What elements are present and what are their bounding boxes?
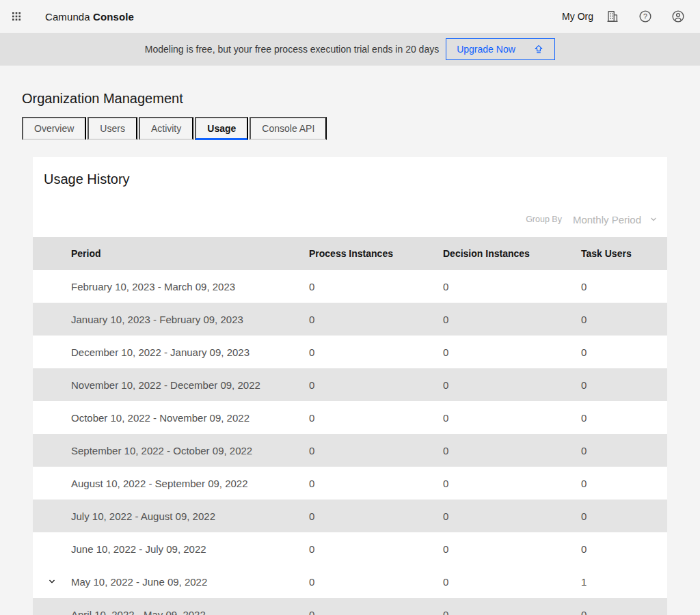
tab-console-api[interactable]: Console API: [250, 117, 327, 140]
upgrade-now-label: Upgrade Now: [457, 44, 515, 55]
brand-suffix: Console: [93, 11, 134, 23]
row-period: July 10, 2022 - August 09, 2022: [71, 510, 309, 522]
row-period: December 10, 2022 - January 09, 2023: [71, 346, 309, 358]
col-header-process-instances: Process Instances: [309, 248, 443, 259]
brand-prefix: Camunda: [45, 11, 90, 23]
table-body: February 10, 2023 - March 09, 2023 0 0 0…: [33, 270, 667, 615]
row-decision-instances: 0: [443, 412, 581, 424]
row-expand-cell: [33, 279, 71, 294]
row-expand-cell: [33, 541, 71, 556]
table-row: December 10, 2022 - January 09, 2023 0 0…: [33, 336, 667, 368]
grid-icon: [11, 11, 22, 22]
table-row: May 10, 2022 - June 09, 2022 0 0 1: [33, 565, 667, 598]
row-decision-instances: 0: [443, 510, 581, 522]
upgrade-arrow-icon: [533, 44, 544, 55]
row-process-instances: 0: [309, 314, 443, 325]
row-process-instances: 0: [309, 543, 443, 555]
row-process-instances: 0: [309, 412, 443, 424]
row-task-users: 0: [581, 445, 667, 456]
row-expand-cell: [33, 410, 71, 425]
row-task-users: 0: [581, 510, 667, 522]
table-row: June 10, 2022 - July 09, 2022 0 0 0: [33, 532, 667, 565]
row-period: October 10, 2022 - November 09, 2022: [71, 412, 309, 424]
row-period: November 10, 2022 - December 09, 2022: [71, 379, 309, 391]
row-decision-instances: 0: [443, 478, 581, 489]
trial-banner: Modeling is free, but your free process …: [0, 33, 700, 66]
row-task-users: 0: [581, 412, 667, 424]
row-task-users: 0: [581, 346, 667, 358]
row-period: January 10, 2023 - February 09, 2023: [71, 314, 309, 325]
col-header-task-users: Task Users: [581, 248, 667, 259]
row-expand-cell: [33, 312, 71, 327]
row-process-instances: 0: [309, 576, 443, 588]
row-period: August 10, 2022 - September 09, 2022: [71, 478, 309, 489]
row-task-users: 0: [581, 379, 667, 391]
table-row: July 10, 2022 - August 09, 2022 0 0 0: [33, 500, 667, 532]
usage-table-header: Period Process Instances Decision Instan…: [33, 237, 667, 270]
row-decision-instances: 0: [443, 543, 581, 555]
col-header-decision-instances: Decision Instances: [443, 248, 581, 259]
org-name: My Org: [562, 11, 593, 22]
group-by-dropdown[interactable]: Monthly Period: [573, 214, 659, 226]
app-header: Camunda Console My Org ?: [0, 0, 700, 33]
row-task-users: 0: [581, 609, 667, 615]
tab-overview[interactable]: Overview: [22, 117, 86, 140]
expand-row-button[interactable]: [44, 574, 59, 589]
row-decision-instances: 0: [443, 576, 581, 588]
row-period: May 10, 2022 - June 09, 2022: [71, 576, 309, 588]
row-expand-cell: [33, 607, 71, 615]
row-decision-instances: 0: [443, 445, 581, 456]
account-button[interactable]: [662, 0, 695, 33]
row-period: September 10, 2022 - October 09, 2022: [71, 445, 309, 456]
row-decision-instances: 0: [443, 346, 581, 358]
row-task-users: 0: [581, 314, 667, 325]
group-by-label: Group By: [526, 215, 562, 224]
table-row: September 10, 2022 - October 09, 2022 0 …: [33, 434, 667, 467]
row-process-instances: 0: [309, 379, 443, 391]
col-header-period: Period: [71, 248, 309, 259]
group-by-control: Group By Monthly Period: [33, 211, 667, 228]
row-process-instances: 0: [309, 609, 443, 615]
building-icon: [606, 10, 619, 23]
upgrade-now-button[interactable]: Upgrade Now: [446, 38, 555, 60]
row-expand-cell: [33, 344, 71, 359]
row-process-instances: 0: [309, 478, 443, 489]
row-decision-instances: 0: [443, 314, 581, 325]
row-expand-cell: [33, 443, 71, 458]
usage-table: Period Process Instances Decision Instan…: [33, 237, 667, 615]
row-process-instances: 0: [309, 445, 443, 456]
row-expand-cell: [33, 377, 71, 392]
tab-activity[interactable]: Activity: [139, 117, 193, 140]
table-row: November 10, 2022 - December 09, 2022 0 …: [33, 368, 667, 401]
table-row: August 10, 2022 - September 09, 2022 0 0…: [33, 467, 667, 500]
table-row: October 10, 2022 - November 09, 2022 0 0…: [33, 401, 667, 434]
svg-text:?: ?: [643, 12, 647, 20]
trial-banner-message: Modeling is free, but your free process …: [145, 44, 439, 55]
row-task-users: 0: [581, 478, 667, 489]
help-button[interactable]: ?: [629, 0, 662, 33]
row-process-instances: 0: [309, 510, 443, 522]
chevron-down-icon: [648, 214, 659, 225]
row-expand-cell: [33, 476, 71, 491]
row-decision-instances: 0: [443, 379, 581, 391]
page-title: Organization Management: [0, 66, 700, 107]
usage-history-card: Usage History Group By Monthly Period Pe…: [33, 157, 667, 615]
brand[interactable]: Camunda Console: [45, 11, 134, 23]
row-task-users: 0: [581, 281, 667, 292]
row-decision-instances: 0: [443, 609, 581, 615]
chevron-down-icon: [46, 576, 57, 587]
tab-usage[interactable]: Usage: [195, 117, 248, 140]
tab-bar: Overview Users Activity Usage Console AP…: [22, 117, 678, 140]
organizations-button[interactable]: [596, 0, 629, 33]
row-period: February 10, 2023 - March 09, 2023: [71, 281, 309, 292]
tab-users[interactable]: Users: [88, 117, 137, 140]
row-period: June 10, 2022 - July 09, 2022: [71, 543, 309, 555]
row-process-instances: 0: [309, 346, 443, 358]
row-task-users: 1: [581, 576, 667, 588]
row-expand-cell: [33, 508, 71, 523]
app-switcher-button[interactable]: [0, 0, 33, 33]
table-row: January 10, 2023 - February 09, 2023 0 0…: [33, 303, 667, 336]
usage-history-title: Usage History: [44, 170, 667, 188]
row-task-users: 0: [581, 543, 667, 555]
row-decision-instances: 0: [443, 281, 581, 292]
